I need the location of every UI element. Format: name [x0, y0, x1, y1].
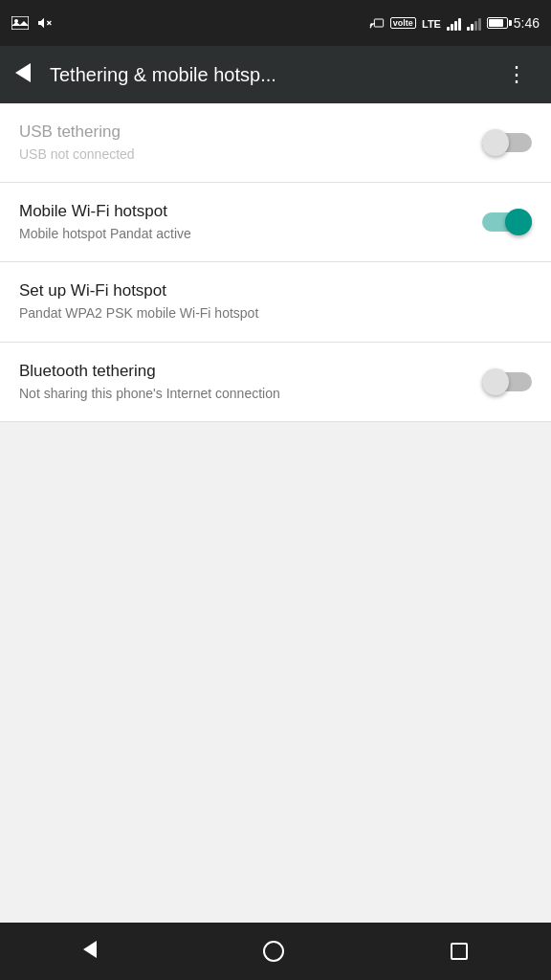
- nav-home-button[interactable]: [244, 931, 303, 971]
- back-button[interactable]: [15, 61, 31, 88]
- status-time: 5:46: [514, 15, 540, 31]
- wifi-hotspot-toggle-thumb: [505, 209, 532, 235]
- setup-wifi-hotspot-item[interactable]: Set up Wi-Fi hotspot Pandat WPA2 PSK mob…: [0, 262, 551, 342]
- cast-icon: [369, 16, 385, 30]
- settings-list: USB tethering USB not connected Mobile W…: [0, 103, 551, 422]
- setup-wifi-hotspot-text: Set up Wi-Fi hotspot Pandat WPA2 PSK mob…: [19, 281, 532, 322]
- back-arrow-icon: [15, 63, 31, 82]
- nav-back-button[interactable]: [64, 931, 116, 972]
- svg-rect-0: [11, 16, 29, 30]
- signal-strength-icon-1: [447, 15, 461, 31]
- usb-tethering-toggle-thumb: [482, 129, 509, 156]
- nav-recents-icon: [451, 943, 468, 960]
- bluetooth-tethering-text: Bluetooth tethering Not sharing this pho…: [19, 362, 482, 402]
- settings-content: USB tethering USB not connected Mobile W…: [0, 103, 551, 923]
- setup-wifi-hotspot-title: Set up Wi-Fi hotspot: [19, 281, 517, 301]
- setup-wifi-hotspot-subtitle: Pandat WPA2 PSK mobile Wi-Fi hotspot: [19, 304, 517, 322]
- wifi-hotspot-item[interactable]: Mobile Wi-Fi hotspot Mobile hotspot Pand…: [0, 183, 551, 262]
- wifi-hotspot-subtitle: Mobile hotspot Pandat active: [19, 225, 467, 242]
- nav-recents-button[interactable]: [431, 933, 487, 969]
- lte-icon: LTE: [422, 16, 441, 30]
- bluetooth-tethering-item[interactable]: Bluetooth tethering Not sharing this pho…: [0, 343, 551, 422]
- gallery-icon: [11, 16, 29, 30]
- bluetooth-tethering-toggle[interactable]: [482, 368, 532, 396]
- status-bar-left-icons: [11, 15, 52, 31]
- svg-text:LTE: LTE: [422, 18, 441, 30]
- usb-tethering-subtitle: USB not connected: [19, 145, 467, 163]
- mute-icon: [36, 15, 52, 31]
- battery-icon: [487, 17, 508, 29]
- wifi-hotspot-title: Mobile Wi-Fi hotspot: [19, 202, 467, 221]
- bluetooth-tethering-toggle-thumb: [482, 368, 509, 395]
- signal-strength-icon-2: [467, 15, 481, 31]
- bluetooth-tethering-title: Bluetooth tethering: [19, 362, 467, 381]
- page-title: Tethering & mobile hotsp...: [50, 64, 498, 86]
- navigation-bar: [0, 923, 551, 980]
- nav-home-icon: [263, 941, 284, 962]
- svg-rect-4: [374, 19, 383, 27]
- overflow-menu-button[interactable]: ⋮: [498, 58, 536, 91]
- usb-tethering-item[interactable]: USB tethering USB not connected: [0, 103, 551, 183]
- usb-tethering-toggle[interactable]: [482, 128, 532, 157]
- status-bar: volte LTE 5:46: [0, 0, 551, 46]
- status-bar-right-icons: volte LTE 5:46: [369, 15, 540, 31]
- volte-badge: volte: [390, 17, 416, 29]
- app-bar: Tethering & mobile hotsp... ⋮: [0, 46, 551, 103]
- nav-back-icon: [83, 941, 97, 958]
- wifi-hotspot-text: Mobile Wi-Fi hotspot Mobile hotspot Pand…: [19, 202, 482, 242]
- wifi-hotspot-toggle[interactable]: [482, 208, 532, 236]
- usb-tethering-text: USB tethering USB not connected: [19, 122, 482, 163]
- usb-tethering-title: USB tethering: [19, 122, 467, 142]
- bluetooth-tethering-subtitle: Not sharing this phone's Internet connec…: [19, 385, 467, 402]
